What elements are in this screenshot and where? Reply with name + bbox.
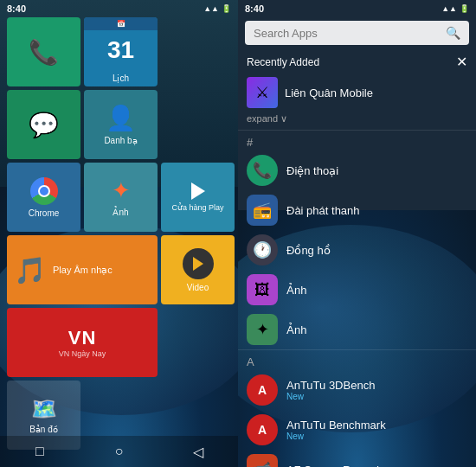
tile-chrome[interactable]: Chrome bbox=[7, 163, 80, 232]
music-tile-icon: 🎵 bbox=[14, 255, 46, 285]
az-recorder-icon: 📹 bbox=[247, 454, 278, 467]
hash-section: # 📞 Điện thoại 📻 Đài phát thanh 🕐 Đồng h… bbox=[238, 131, 476, 349]
tile-vn-news[interactable]: VN VN Ngày Nay bbox=[7, 308, 158, 377]
video-tile-icon bbox=[183, 248, 214, 279]
anh2-name: Ảnh bbox=[286, 323, 306, 336]
chrome-inner-circle bbox=[38, 185, 50, 197]
app-item-dienthoai[interactable]: 📞 Điện thoại bbox=[238, 150, 476, 190]
a-section: A A AnTuTu 3DBench New A AnTuTu Benchmar… bbox=[238, 350, 476, 467]
tile-empty-1 bbox=[161, 17, 235, 86]
nav-back-button[interactable]: □ bbox=[23, 444, 57, 459]
contacts-tile-icon: 👤 bbox=[106, 104, 136, 132]
antutu-bench-info: AnTuTu Benchmark New bbox=[286, 419, 386, 441]
tile-photos[interactable]: ✦ Ảnh bbox=[84, 163, 158, 232]
anh1-icon: 🖼 bbox=[247, 274, 278, 305]
status-bar-left: 8:40 ▲▲ 🔋 bbox=[0, 0, 238, 17]
photos-label: Ảnh bbox=[113, 208, 128, 217]
radio-icon-glyph: 📻 bbox=[253, 201, 272, 220]
tile-music[interactable]: 🎵 Play Âm nhạc bbox=[7, 235, 158, 304]
clock-icon: 🕐 bbox=[247, 234, 278, 265]
video-label: Video bbox=[187, 283, 209, 292]
dienthoai-icon-glyph: 📞 bbox=[253, 161, 272, 180]
az-recorder-name: AZ Screen Recorder bbox=[286, 464, 389, 468]
phone-tile-icon: 📞 bbox=[29, 38, 59, 67]
tile-row-3: Chrome ✦ Ảnh Cửa hàng Play bbox=[0, 163, 238, 232]
a-header: A bbox=[238, 350, 476, 370]
battery-icon-left: 🔋 bbox=[222, 4, 231, 13]
play-tile-icon bbox=[191, 182, 205, 200]
status-time-right: 8:40 bbox=[245, 3, 264, 14]
tile-contacts[interactable]: 👤 Danh bạ bbox=[84, 90, 158, 159]
tile-calendar[interactable]: 📅 31 Lịch bbox=[84, 17, 158, 86]
tile-row-2: 💬 👤 Danh bạ bbox=[0, 90, 238, 159]
close-recently-added-button[interactable]: ✕ bbox=[456, 54, 467, 70]
az-recorder-icon-glyph: 📹 bbox=[253, 460, 272, 467]
recent-app-item-lq[interactable]: ⚔ Liên Quân Mobile bbox=[238, 74, 476, 112]
anh2-icon: ✦ bbox=[247, 314, 278, 345]
tile-phone[interactable]: 📞 bbox=[7, 17, 80, 86]
app-item-clock[interactable]: 🕐 Đồng hồ bbox=[238, 230, 476, 270]
tile-video[interactable]: Video bbox=[161, 235, 235, 304]
tile-message[interactable]: 💬 bbox=[7, 90, 80, 159]
hash-header: # bbox=[238, 131, 476, 150]
clock-icon-glyph: 🕐 bbox=[253, 240, 272, 259]
app-item-anh1[interactable]: 🖼 Ảnh bbox=[238, 270, 476, 310]
chrome-label: Chrome bbox=[29, 208, 60, 218]
dienthoai-name: Điện thoại bbox=[286, 164, 338, 177]
anh1-name: Ảnh bbox=[286, 284, 306, 297]
app-item-anh2[interactable]: ✦ Ảnh bbox=[238, 310, 476, 349]
recently-added-title: Recently Added bbox=[247, 56, 319, 68]
contacts-label: Danh bạ bbox=[104, 136, 137, 145]
status-time-left: 8:40 bbox=[7, 3, 26, 14]
antutu-bench-icon-glyph: A bbox=[258, 423, 267, 437]
maps-tile-icon: 🗺️ bbox=[31, 397, 57, 421]
left-panel: 8:40 ▲▲ 🔋 📞 📅 31 Lịch 💬 👤 Danh bạ bbox=[0, 0, 238, 467]
chrome-icon bbox=[30, 177, 58, 205]
antutu3d-sub: New bbox=[286, 392, 375, 401]
lq-app-name: Liên Quân Mobile bbox=[285, 86, 373, 99]
tile-empty-2 bbox=[161, 90, 235, 159]
lq-app-icon: ⚔ bbox=[247, 77, 278, 108]
clock-name: Đồng hồ bbox=[286, 244, 331, 257]
antutu3d-icon-glyph: A bbox=[258, 383, 267, 397]
nav-recent-button[interactable]: ◁ bbox=[181, 444, 215, 460]
expand-button[interactable]: expand ∨ bbox=[238, 112, 476, 130]
tile-play[interactable]: Cửa hàng Play bbox=[161, 163, 235, 232]
wifi-icon-left: ▲▲ bbox=[203, 4, 219, 13]
play-label: Cửa hàng Play bbox=[171, 203, 223, 212]
dienthoai-icon: 📞 bbox=[247, 155, 278, 186]
antutu3d-info: AnTuTu 3DBench New bbox=[286, 379, 375, 401]
status-icons-right: ▲▲ 🔋 bbox=[441, 4, 469, 13]
app-item-radio[interactable]: 📻 Đài phát thanh bbox=[238, 190, 476, 230]
antutu-bench-sub: New bbox=[286, 432, 386, 441]
status-icons-left: ▲▲ 🔋 bbox=[203, 4, 231, 13]
photos-tile-icon: ✦ bbox=[112, 177, 131, 204]
search-icon: 🔍 bbox=[446, 26, 460, 40]
recently-added-header: Recently Added ✕ bbox=[238, 48, 476, 74]
tile-row-4: 🎵 Play Âm nhạc Video bbox=[0, 235, 238, 304]
app-item-antutu3d[interactable]: A AnTuTu 3DBench New bbox=[238, 370, 476, 410]
vn-label: VN Ngày Nay bbox=[59, 349, 106, 358]
radio-icon: 📻 bbox=[247, 195, 278, 226]
calendar-label: Lịch bbox=[113, 74, 129, 86]
calendar-top-bar: 📅 bbox=[84, 17, 158, 30]
vn-logo-icon: VN bbox=[68, 327, 97, 349]
app-item-az-recorder[interactable]: 📹 AZ Screen Recorder bbox=[238, 450, 476, 467]
anh1-icon-glyph: 🖼 bbox=[254, 281, 270, 299]
antutu-bench-icon: A bbox=[247, 414, 278, 445]
right-panel: 8:40 ▲▲ 🔋 🔍 Recently Added ✕ ⚔ Liên Quân… bbox=[238, 0, 476, 467]
search-input[interactable] bbox=[254, 27, 446, 40]
message-tile-icon: 💬 bbox=[29, 111, 59, 139]
nav-home-button[interactable]: ○ bbox=[101, 444, 136, 459]
antutu-bench-name: AnTuTu Benchmark bbox=[286, 419, 386, 432]
status-bar-right: 8:40 ▲▲ 🔋 bbox=[238, 0, 476, 17]
app-item-antutu-bench[interactable]: A AnTuTu Benchmark New bbox=[238, 410, 476, 450]
antutu3d-name: AnTuTu 3DBench bbox=[286, 379, 375, 392]
lq-icon-glyph: ⚔ bbox=[255, 83, 269, 102]
video-play-arrow bbox=[193, 257, 203, 271]
music-label: Play Âm nhạc bbox=[53, 265, 113, 276]
tile-row-1: 📞 📅 31 Lịch bbox=[0, 17, 238, 86]
search-bar[interactable]: 🔍 bbox=[245, 21, 469, 45]
battery-icon-right: 🔋 bbox=[460, 4, 469, 13]
anh2-icon-glyph: ✦ bbox=[256, 320, 269, 339]
